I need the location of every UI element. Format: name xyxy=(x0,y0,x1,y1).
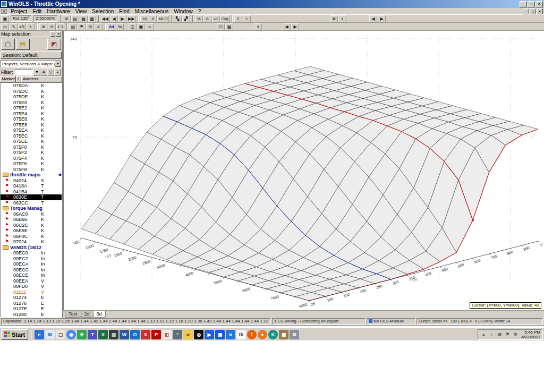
filter-options-button[interactable]: ≡ xyxy=(54,69,61,75)
menu-item-miscellaneous[interactable]: Miscellaneous xyxy=(132,8,171,14)
map-row-075E2[interactable]: 075E2K xyxy=(1,105,62,111)
tab-2d[interactable]: 2d xyxy=(81,311,94,318)
map-row-075DA[interactable]: 075DAK xyxy=(1,83,62,89)
map-row-06B66[interactable]: ⚑06B66K xyxy=(1,217,62,223)
pane-prev-icon[interactable]: ◀ xyxy=(369,15,377,22)
menu-item-hardware[interactable]: Hardware xyxy=(44,8,72,14)
menu-item-project[interactable]: Project xyxy=(8,8,30,14)
tb-icon[interactable]: tb xyxy=(236,330,246,339)
prev-icon[interactable]: ◀ xyxy=(110,15,118,22)
box-icon[interactable]: ▣ xyxy=(279,330,288,339)
map-row-075F8[interactable]: 075F8K xyxy=(1,167,62,173)
hexdump-view-icon[interactable]: ⊞ xyxy=(63,15,71,22)
column-marker[interactable]: Marker xyxy=(0,76,16,82)
map-list[interactable]: 075DAK075DCK075DEK075E0K075E2K075E4K075E… xyxy=(0,82,62,318)
mdi-close-button[interactable]: ✕ xyxy=(537,8,543,14)
map-row-06AC0[interactable]: ⚑06AC0K xyxy=(1,211,62,217)
maps-source-select[interactable]: Projects, Versions & Maps: (Ctrl ▾ xyxy=(1,60,62,67)
map-row-00EEA[interactable]: 00EEAV xyxy=(1,278,62,284)
close-button[interactable]: ✕ xyxy=(536,1,543,7)
zoom-100-icon[interactable]: 1:1 xyxy=(56,23,64,30)
column-address[interactable]: Address xyxy=(21,76,62,82)
filter-funnel-button[interactable]: ▽ xyxy=(47,69,54,75)
map-row-075EE[interactable]: 075EEK xyxy=(1,139,62,144)
copy-map-icon[interactable]: ◫ xyxy=(129,23,137,30)
map-row-00ECA[interactable]: 00ECAIn xyxy=(1,261,62,267)
tray-network-icon[interactable]: ▦ xyxy=(496,331,503,338)
chrome-icon[interactable]: ◉ xyxy=(66,330,76,339)
factor-icon[interactable]: ×1 xyxy=(212,15,220,22)
firefox-icon[interactable]: f xyxy=(247,330,257,339)
map-row-075DE[interactable]: 075DEK xyxy=(1,94,62,100)
menu-item-window[interactable]: Window xyxy=(171,8,196,14)
session-button[interactable]: Session: Default xyxy=(1,52,62,59)
pane-next-icon[interactable]: ▶ xyxy=(378,15,386,22)
chip-icon[interactable]: ▦ xyxy=(109,330,118,339)
map-row-00FD0[interactable]: 00FD0V xyxy=(1,284,62,289)
view-2d-icon[interactable]: ▦ xyxy=(80,15,88,22)
prev-map-icon[interactable]: ◀◀ xyxy=(101,15,109,22)
tray-settings-icon[interactable]: ⚙ xyxy=(512,331,518,338)
map-row-075E4[interactable]: 075E4K xyxy=(1,111,62,117)
detach-map-icon[interactable]: ▢ xyxy=(1,39,15,50)
map-row-00EC0[interactable]: 00EC0In xyxy=(1,250,62,256)
map-row-01274[interactable]: 01274E xyxy=(1,295,62,301)
mode-2d-icon[interactable]: 2d xyxy=(107,23,115,30)
maximize-button[interactable]: □ xyxy=(528,1,535,7)
mlo-icon[interactable]: MLO xyxy=(157,15,168,22)
scroll-right-icon[interactable]: ▶ xyxy=(291,23,299,30)
zoom-field[interactable]: Z:50000% xyxy=(33,15,57,22)
map-row-00ECC[interactable]: 00ECCIn xyxy=(1,267,62,273)
map-row-06E9E[interactable]: ⚑06E9EK xyxy=(1,228,62,234)
map-row-075F6[interactable]: 075F6K xyxy=(1,161,62,167)
map-row-075EC[interactable]: 075ECK xyxy=(1,133,62,139)
surface-plot-area[interactable]: 1407060010001250150020002500300040005000… xyxy=(63,31,544,310)
sum-icon[interactable]: Σ xyxy=(234,15,242,22)
wrench-icon[interactable]: ⚙ xyxy=(290,330,299,339)
sign-icon[interactable]: ± xyxy=(243,15,251,22)
checker-low-icon[interactable]: ▚ xyxy=(174,15,182,22)
map-row-075E0[interactable]: 075E0K xyxy=(1,100,62,106)
menu-item-help[interactable]: ? xyxy=(196,8,204,14)
excel-legacy-icon[interactable]: X xyxy=(141,330,150,339)
pdf-icon[interactable]: P xyxy=(151,330,161,339)
excel-icon[interactable]: X xyxy=(98,330,108,339)
view-3d-icon[interactable]: ▩ xyxy=(88,15,96,22)
next-map-icon[interactable]: ▶▶ xyxy=(127,15,135,22)
filter-az-button[interactable]: A xyxy=(40,69,47,75)
map-row-0418A[interactable]: ⚑0418AT xyxy=(1,183,62,189)
percent-icon[interactable]: % xyxy=(195,15,203,22)
rocket-icon[interactable]: ● xyxy=(258,330,267,339)
panel-close-button[interactable]: ✕ xyxy=(56,31,61,37)
map-row-075DC[interactable]: 075DCK xyxy=(1,89,62,95)
map-row-075F4[interactable]: 075F4K xyxy=(1,156,62,161)
show-desktop-icon[interactable]: ▢ xyxy=(56,330,65,339)
text-view-icon[interactable]: ▤ xyxy=(71,15,79,22)
map-folder-throttle-maps[interactable]: throttle maps◀ xyxy=(1,172,62,178)
mdi-minimize-button[interactable]: — xyxy=(523,8,529,14)
teams-icon[interactable]: T xyxy=(88,330,97,339)
tab-3d[interactable]: 3d xyxy=(93,311,106,318)
filter-list-button[interactable]: ▾ xyxy=(33,69,40,75)
map-row-075F0[interactable]: 075F0K xyxy=(1,144,62,150)
start-button[interactable]: Start xyxy=(1,329,28,340)
filter-input[interactable] xyxy=(14,69,33,75)
map-window-icon[interactable]: ▣ xyxy=(1,15,9,22)
column-slash[interactable]: / xyxy=(16,76,21,82)
edit-icon[interactable]: ✎ xyxy=(10,23,18,30)
menu-item-find[interactable]: Find xyxy=(116,8,132,14)
open-map-icon[interactable]: ▤ xyxy=(16,39,30,50)
original-icon[interactable]: Org xyxy=(220,15,230,22)
scroll-left-icon[interactable]: ◀ xyxy=(283,23,291,30)
checker-high-icon[interactable]: ▞ xyxy=(182,15,190,22)
dock-icon[interactable]: ⊡ xyxy=(217,23,225,30)
zoom-out-icon[interactable]: ⊖ xyxy=(48,23,56,30)
rotation-field[interactable]: Rot:135° xyxy=(11,15,31,22)
zoom-in-icon[interactable]: ⊕ xyxy=(39,23,47,30)
tray-antivirus-icon[interactable]: ⚑ xyxy=(504,331,511,338)
green-app-icon[interactable]: ✚ xyxy=(77,330,87,339)
map-row-075E8[interactable]: 075E8K xyxy=(1,122,62,128)
next-icon[interactable]: ▶ xyxy=(118,15,126,22)
window-columns-icon[interactable]: ≣ xyxy=(330,15,338,22)
calculator-icon[interactable]: = xyxy=(173,330,182,339)
